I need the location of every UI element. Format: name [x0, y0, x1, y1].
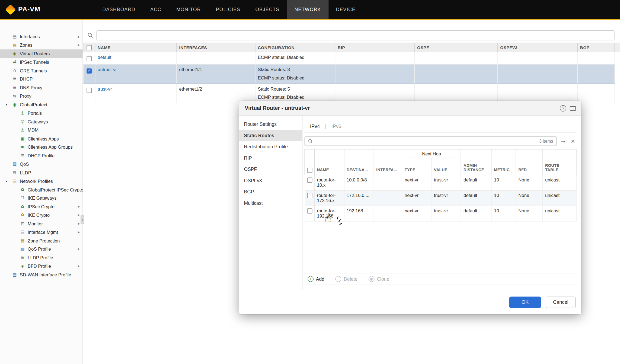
delete-button[interactable]: − Delete [335, 276, 357, 282]
clear-filter-icon[interactable]: ✕ [569, 138, 576, 144]
sidebar-item-clientless-app-groups[interactable]: ▣ Clientless App Groups [0, 143, 83, 151]
add-button[interactable]: + Add [308, 276, 324, 282]
route-row-172-16[interactable]: route-for-172.16.x 172.16.0.... next-vr … [305, 190, 576, 206]
nav-device[interactable]: DEVICE [328, 0, 363, 19]
nav-policies[interactable]: POLICIES [208, 0, 248, 19]
col-header-configuration[interactable]: CONFIGURATION [255, 43, 335, 52]
route-checkbox[interactable] [307, 209, 312, 214]
row-checkbox[interactable] [87, 56, 92, 62]
col-header-rip[interactable]: RIP [335, 43, 415, 52]
col-header-interfaces[interactable]: INTERFACES [177, 43, 255, 52]
route-type-cell: next-vr [402, 190, 432, 206]
apply-filter-icon[interactable]: → [560, 138, 567, 144]
sidebar-item-ike-crypto[interactable]: ✿ IKE Crypto ▶ [0, 211, 83, 219]
sidebar-item-gateways[interactable]: ◎ Gateways [0, 117, 83, 126]
routes-search-input[interactable] [315, 138, 537, 144]
sidebar-item-ipsec-tunnels[interactable]: ⇄ IPSec Tunnels [0, 58, 83, 66]
chevron-down-icon[interactable]: ▼ [5, 180, 8, 183]
sidebar-item-ike-gateways[interactable]: ⇈ IKE Gateways [0, 194, 83, 202]
search-icon [308, 139, 313, 144]
sidebar-item-label: Zones [20, 43, 83, 47]
dialog-nav-ospf[interactable]: OSPF [239, 164, 302, 175]
sidebar-item-gre-tunnels[interactable]: ∩ GRE Tunnels [0, 66, 83, 75]
sidebar-item-bfd-profile[interactable]: ◈ BFD Profile ▶ [0, 262, 83, 270]
dialog-nav-router-settings[interactable]: Router Settings [239, 119, 302, 130]
vr-name-link[interactable]: default [98, 55, 111, 60]
routes-select-all-checkbox[interactable] [307, 168, 312, 173]
dialog-nav-rip[interactable]: RIP [239, 152, 302, 164]
sidebar-item-ipsec-crypto[interactable]: ✿ IPSec Crypto ▶ [0, 202, 83, 211]
vr-row-default[interactable]: default ECMP status: Disabled [83, 52, 620, 64]
chevron-right-icon: ▶ [78, 248, 80, 251]
nav-monitor[interactable]: MONITOR [169, 0, 208, 19]
sidebar-item-label: Clientless App Groups [28, 145, 83, 149]
clone-button[interactable]: ▣ Clone [369, 276, 389, 282]
route-checkbox[interactable] [307, 178, 312, 183]
dialog-body: Router Settings Static Routes Redistribu… [239, 116, 581, 290]
vr-name-link[interactable]: untrust-vr [98, 67, 117, 72]
tab-ipv6[interactable]: IPv6 [326, 124, 347, 129]
routes-toolbar: + Add − Delete ▣ Clone [305, 274, 577, 284]
sidebar-item-dhcp[interactable]: ≣ DHCP [0, 75, 83, 83]
ok-button[interactable]: OK [509, 296, 541, 308]
sidebar-item-globalprotect[interactable]: ▼ ◉ GlobalProtect [0, 100, 83, 109]
dialog-nav-bgp[interactable]: BGP [239, 186, 302, 198]
col-header-bfd: BFD [516, 149, 543, 175]
sidebar-item-clientless-apps[interactable]: ▣ Clientless Apps [0, 135, 83, 143]
dialog-content: IPv4 IPv6 3 items → ✕ [302, 116, 581, 290]
interfaces-icon: ▤ [12, 34, 17, 39]
col-header-bgp[interactable]: BGP [577, 43, 615, 52]
sidebar-item-interface-mgmt[interactable]: ▤ Interface Mgmt ▶ [0, 228, 83, 236]
dialog-nav-static-routes[interactable]: Static Routes [239, 130, 302, 141]
row-checkbox[interactable] [87, 69, 92, 74]
nav-acc[interactable]: ACC [143, 0, 169, 19]
pa-logo-icon [5, 4, 16, 15]
dialog-nav-ospfv3[interactable]: OSPFv3 [239, 175, 302, 186]
sidebar-item-zones[interactable]: ▦ Zones ▶ [0, 41, 83, 49]
sidebar-collapse-handle[interactable]: ‹ [81, 215, 84, 224]
vr-name-link[interactable]: trust-vr [98, 87, 112, 91]
sidebar-item-lldp[interactable]: ≋ LLDP [0, 168, 83, 177]
sidebar-item-portals[interactable]: ◎ Portals [0, 109, 83, 117]
col-header-name[interactable]: NAME [95, 43, 177, 52]
cancel-button[interactable]: Cancel [546, 296, 576, 308]
dhcp-profile-icon: ≣ [20, 153, 25, 158]
sidebar-item-zone-protection[interactable]: ▦ Zone Protection [0, 237, 83, 245]
sidebar-item-dhcp-profile[interactable]: ≣ DHCP Profile [0, 151, 83, 160]
vr-row-trust-vr[interactable]: trust-vr ethernet1/2 Static Routes: 5 EC… [83, 84, 620, 103]
sidebar-item-mdm[interactable]: ◎ MDM [0, 126, 83, 134]
sidebar-item-label: IKE Crypto [28, 213, 83, 218]
vr-search-input[interactable] [97, 30, 615, 40]
sidebar-item-proxy[interactable]: ⇆ Proxy [0, 92, 83, 100]
sidebar-item-qos[interactable]: ▥ QoS [0, 160, 83, 168]
nav-dashboard[interactable]: DASHBOARD [95, 0, 143, 19]
sidebar-item-qos-profile[interactable]: ▥ QoS Profile ▶ [0, 245, 83, 253]
sidebar-item-interfaces[interactable]: ▤ Interfaces ▶ [0, 33, 83, 41]
sidebar-item-monitor[interactable]: ⊡ Monitor ▶ [0, 219, 83, 228]
route-checkbox[interactable] [307, 193, 312, 198]
vr-configuration-cell: Static Routes: 3 ECMP status: Disabled [255, 64, 335, 84]
row-checkbox[interactable] [87, 88, 92, 93]
sidebar-item-virtual-routers[interactable]: ◈ Virtual Routers [0, 49, 83, 58]
window-icon[interactable] [570, 106, 576, 110]
route-row-10x[interactable]: route-for-10.x 10.0.0.0/8 next-vr trust-… [305, 175, 576, 190]
nav-network[interactable]: NETWORK [287, 0, 328, 19]
help-icon[interactable]: ? [560, 105, 566, 111]
select-all-checkbox[interactable] [87, 45, 92, 50]
col-header-admin-distance: ADMIN DISTANCE [461, 149, 491, 175]
sidebar-item-lldp-profile[interactable]: ≋ LLDP Profile [0, 254, 83, 262]
sidebar-item-network-profiles[interactable]: ▼ ▤ Network Profiles [0, 177, 83, 185]
col-header-ospf[interactable]: OSPF [415, 43, 498, 52]
route-row-192-168[interactable]: route-for-192.168 192.168.... next-vr tr… [305, 206, 576, 221]
tab-ipv4[interactable]: IPv4 [305, 124, 325, 129]
vr-row-untrust-vr[interactable]: untrust-vr ethernet1/1 Static Routes: 3 … [83, 64, 620, 84]
sidebar-item-gp-ipsec-crypto[interactable]: ✿ GlobalProtect IPSec Crypto [0, 186, 83, 194]
dialog-nav-redistribution-profile[interactable]: Redistribution Profile [239, 141, 302, 152]
sidebar-item-label: SD-WAN Interface Profile [20, 272, 83, 277]
sidebar-item-dns-proxy[interactable]: ≡ DNS Proxy [0, 84, 83, 92]
dialog-nav-multicast[interactable]: Multicast [239, 197, 302, 209]
col-header-ospfv3[interactable]: OSPFV3 [498, 43, 577, 52]
sidebar-item-sdwan-interface-profile[interactable]: ▤ SD-WAN Interface Profile [0, 270, 83, 279]
nav-objects[interactable]: OBJECTS [248, 0, 287, 19]
chevron-down-icon[interactable]: ▼ [5, 103, 8, 106]
